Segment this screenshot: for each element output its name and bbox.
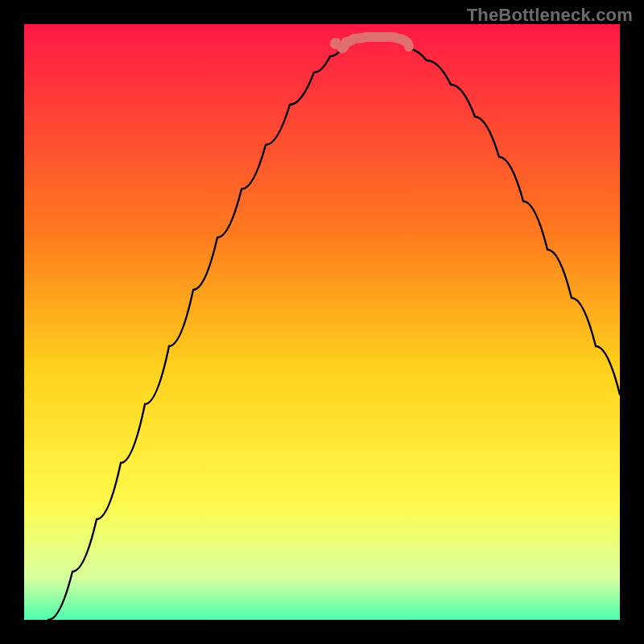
gradient-background xyxy=(24,24,620,620)
plot-area xyxy=(24,24,620,620)
marker-start-dot xyxy=(330,38,341,49)
chart-svg xyxy=(24,24,620,620)
watermark-text: TheBottleneck.com xyxy=(467,5,633,26)
chart-frame: TheBottleneck.com xyxy=(0,0,644,644)
